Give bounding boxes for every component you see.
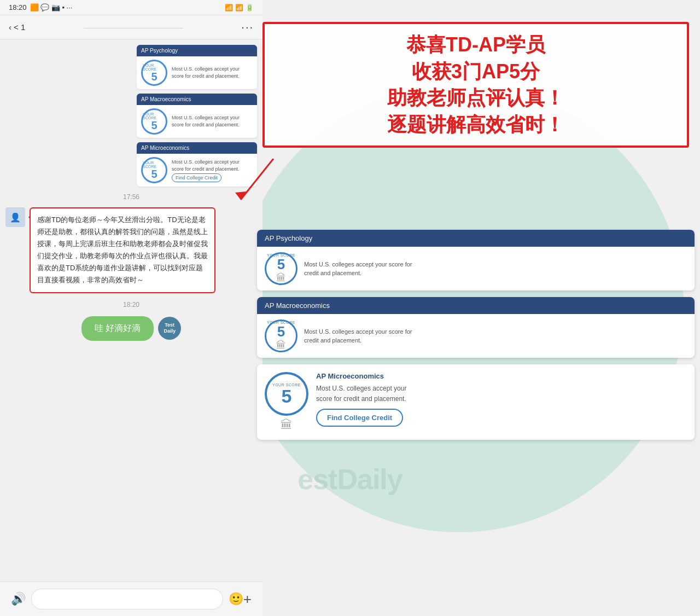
green-bubble-row: 哇 好滴好滴 TestDaily (5, 316, 257, 341)
ap-micro-body: YOUR SCORE 5 Most U.S. colleges accept y… (137, 154, 257, 187)
phone-mockup: 18:20 🟧 💬 📷 ▪️ ··· 📶 📶 🔋 ‹ < 1 —————————… (0, 0, 262, 616)
status-app-icons: 🟧 💬 📷 ▪️ ··· (30, 3, 73, 11)
status-bar: 18:20 🟧 💬 📷 ▪️ ··· 📶 📶 🔋 (0, 0, 262, 15)
ap-psychology-mini-card: AP Psychology YOUR SCORE 5 Most U.S. col… (137, 45, 257, 89)
micro-description: Most U.S. colleges accept your score for… (172, 159, 253, 182)
status-time: 18:20 (9, 3, 27, 11)
timestamp-1756: 17:56 (5, 193, 257, 201)
nav-title: —————————————— (25, 22, 241, 32)
td-logo-icon: TestDaily (158, 317, 181, 340)
score-num-micro: 5 (151, 168, 157, 179)
watermark: estDaily (298, 463, 402, 496)
input-field[interactable] (31, 589, 223, 609)
green-bubble: 哇 好滴好滴 (81, 316, 154, 341)
back-button[interactable]: ‹ < 1 (9, 22, 25, 32)
add-icon[interactable]: + (243, 591, 252, 608)
more-button[interactable]: ··· (241, 21, 254, 33)
score-circle-mini: YOUR SCORE 5 (141, 60, 167, 86)
emoji-icon[interactable]: 🙂 (229, 592, 243, 606)
score-description: Most U.S. colleges accept your score for… (172, 66, 253, 79)
bottom-bar: 🔊 🙂 + (0, 582, 262, 616)
message-container: 👤 感谢TD的每位老师～今年又丝滑出分啦。TD无论是老师还是助教，都很认真的解答… (5, 207, 257, 293)
score-label-macro: YOUR SCORE (143, 112, 166, 120)
macro-description: Most U.S. colleges accept your score for… (172, 114, 253, 128)
ap-micro-header: AP Microeconomics (137, 142, 257, 154)
score-circle-macro: YOUR SCORE 5 (141, 108, 167, 135)
ap-card-header: AP Psychology (137, 45, 257, 56)
status-icons: 📶 📶 🔋 (225, 4, 254, 11)
avatar: 👤 (5, 207, 25, 227)
message-bubble: 感谢TD的每位老师～今年又丝滑出分啦。TD无论是老师还是助教，都很认真的解答我们… (30, 207, 215, 293)
chat-content: AP Psychology YOUR SCORE 5 Most U.S. col… (0, 39, 262, 582)
announcement-line1: 恭喜TD-AP学员 (275, 32, 677, 59)
announcement-line2: 收获3门AP5分 (275, 59, 677, 85)
battery-icon: 🔋 (246, 4, 254, 11)
ap-macro-header: AP Macroeconomics (137, 94, 257, 105)
ap-micro-mini-card: AP Microeconomics YOUR SCORE 5 Most U.S.… (137, 142, 257, 187)
score-circle-micro: YOUR SCORE 5 (141, 157, 167, 183)
speaker-icon[interactable]: 🔊 (11, 592, 26, 606)
ap-macro-body: YOUR SCORE 5 Most U.S. colleges accept y… (137, 105, 257, 138)
message-text: 感谢TD的每位老师～今年又丝滑出分啦。TD无论是老师还是助教，都很认真的解答我们… (37, 216, 208, 284)
score-num-macro: 5 (151, 120, 157, 131)
signal-icon: 📶 (235, 4, 243, 11)
timestamp-1820: 18:20 (5, 301, 257, 309)
score-number: 5 (151, 71, 157, 82)
back-label: < 1 (14, 22, 25, 32)
chevron-left-icon: ‹ (9, 22, 11, 32)
ap-macro-mini-card: AP Macroeconomics YOUR SCORE 5 Most U.S.… (137, 94, 257, 138)
score-label-micro: YOUR SCORE (143, 161, 166, 168)
score-label: YOUR SCORE (143, 63, 166, 71)
ap-card-body: YOUR SCORE 5 Most U.S. colleges accept y… (137, 56, 257, 89)
nav-bar: ‹ < 1 —————————————— ··· (0, 15, 262, 39)
wifi-icon: 📶 (225, 4, 233, 11)
